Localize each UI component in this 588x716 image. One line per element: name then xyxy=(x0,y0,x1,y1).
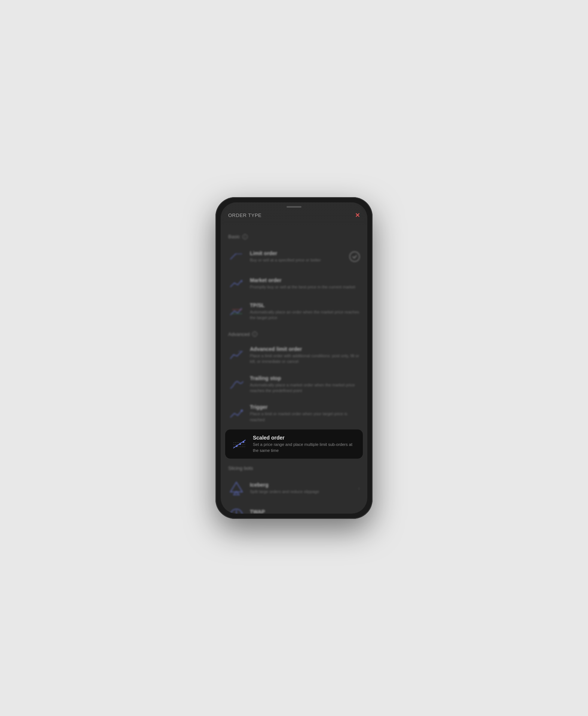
scaled-order-item[interactable]: Scaled order Set a price range and place… xyxy=(225,429,363,459)
phone-frame: ORDER TYPE ✕ Basic i xyxy=(215,197,373,519)
tpsl-icon xyxy=(228,303,245,320)
twap-arrow-icon: › xyxy=(358,512,360,514)
svg-line-0 xyxy=(230,254,236,260)
list-item[interactable]: Trailing stop Automatically place a mark… xyxy=(221,370,367,399)
advanced-limit-icon xyxy=(228,347,245,364)
trailing-stop-text: Trailing stop Automatically place a mark… xyxy=(250,375,360,394)
svg-point-13 xyxy=(243,441,245,443)
header: ORDER TYPE ✕ xyxy=(221,202,367,225)
advanced-info-icon[interactable]: i xyxy=(252,331,257,337)
tpsl-text: TP/SL Automatically place an order when … xyxy=(250,302,360,321)
iceberg-text: Iceberg Split large orders and reduce sl… xyxy=(250,482,353,495)
list-item[interactable]: Advanced limit order Place a limit order… xyxy=(221,341,367,370)
list-item[interactable]: Trigger Place a limit or market order wh… xyxy=(221,399,367,428)
limit-order-icon xyxy=(228,248,245,265)
list-item[interactable]: TP/SL Automatically place an order when … xyxy=(221,297,367,326)
list-item[interactable]: Iceberg Split large orders and reduce sl… xyxy=(221,475,367,502)
trigger-icon xyxy=(228,405,245,422)
limit-order-text: Limit order Buy or sell at a specified p… xyxy=(250,250,344,263)
advanced-limit-text: Advanced limit order Place a limit order… xyxy=(250,346,360,365)
section-basic: Basic i xyxy=(221,229,367,243)
basic-info-icon[interactable]: i xyxy=(242,234,248,239)
scaled-order-icon xyxy=(231,436,248,452)
svg-point-12 xyxy=(239,443,241,445)
list-item[interactable]: TWAP Place orders at custom intervals › xyxy=(221,502,367,514)
list-item[interactable]: Market order Promptly buy or sell at the… xyxy=(221,270,367,297)
twap-icon xyxy=(228,507,245,514)
header-title: ORDER TYPE xyxy=(228,212,261,218)
list-item[interactable]: Limit order Buy or sell at a specified p… xyxy=(221,243,367,270)
market-order-icon xyxy=(228,275,245,292)
drag-handle xyxy=(287,206,301,208)
iceberg-icon xyxy=(228,480,245,496)
order-list: Basic i Limit order Buy or sell at a spe… xyxy=(221,202,367,514)
market-order-text: Market order Promptly buy or sell at the… xyxy=(250,277,360,290)
trigger-text: Trigger Place a limit or market order wh… xyxy=(250,404,360,423)
twap-text: TWAP Place orders at custom intervals xyxy=(250,509,353,514)
phone-screen: ORDER TYPE ✕ Basic i xyxy=(221,202,367,514)
scaled-order-text: Scaled order Set a price range and place… xyxy=(253,435,357,453)
selected-badge xyxy=(349,251,360,262)
svg-point-11 xyxy=(236,445,238,447)
iceberg-arrow-icon: › xyxy=(358,485,360,491)
svg-marker-14 xyxy=(230,482,242,492)
section-advanced: Advanced i xyxy=(221,326,367,341)
close-button[interactable]: ✕ xyxy=(355,212,360,219)
svg-point-6 xyxy=(241,410,243,411)
section-slicing-bots: Slicing bots xyxy=(221,460,367,475)
trailing-stop-icon xyxy=(228,376,245,392)
